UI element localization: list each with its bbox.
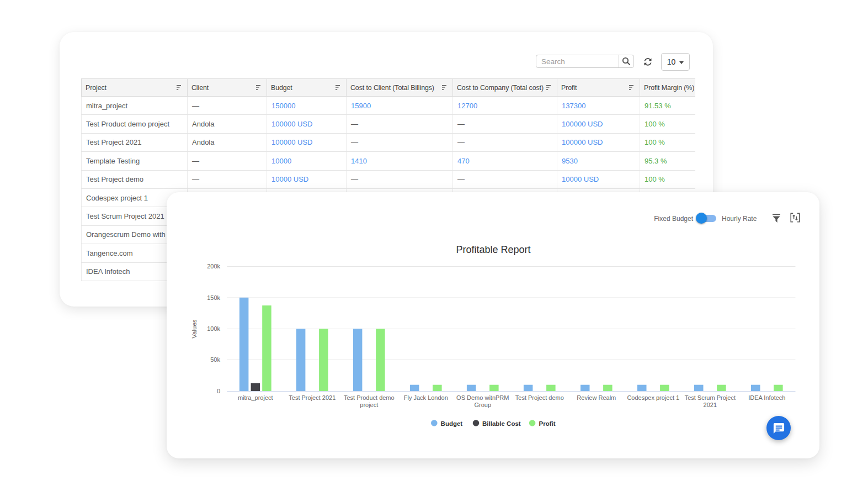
svg-text:Billable Cost: Billable Cost: [482, 420, 521, 427]
svg-text:0: 0: [217, 388, 220, 394]
svg-text:Budget: Budget: [441, 420, 463, 427]
svg-text:project: project: [360, 402, 378, 408]
svg-text:50k: 50k: [210, 356, 220, 363]
svg-text:2021: 2021: [704, 402, 717, 408]
svg-text:Values: Values: [191, 319, 198, 339]
svg-text:Fly Jack London: Fly Jack London: [404, 394, 448, 401]
svg-text:100k: 100k: [207, 325, 220, 332]
svg-text:150k: 150k: [207, 294, 220, 301]
svg-text:Test Project 2021: Test Project 2021: [289, 394, 336, 401]
svg-text:OS Demo witnPRM: OS Demo witnPRM: [456, 394, 509, 401]
svg-text:Profitable Report: Profitable Report: [456, 244, 530, 255]
svg-text:IDEA Infotech: IDEA Infotech: [748, 394, 785, 401]
svg-text:Test Project demo: Test Project demo: [515, 394, 564, 401]
svg-text:Group: Group: [475, 402, 492, 408]
svg-text:200k: 200k: [207, 263, 220, 270]
svg-text:Review Realm: Review Realm: [577, 394, 616, 401]
svg-text:Test Scrum Project: Test Scrum Project: [685, 394, 736, 401]
svg-text:Codespex project 1: Codespex project 1: [627, 394, 679, 401]
svg-text:mitra_project: mitra_project: [238, 394, 273, 401]
svg-text:Test Product demo: Test Product demo: [344, 394, 395, 401]
svg-text:Profit: Profit: [539, 420, 556, 427]
